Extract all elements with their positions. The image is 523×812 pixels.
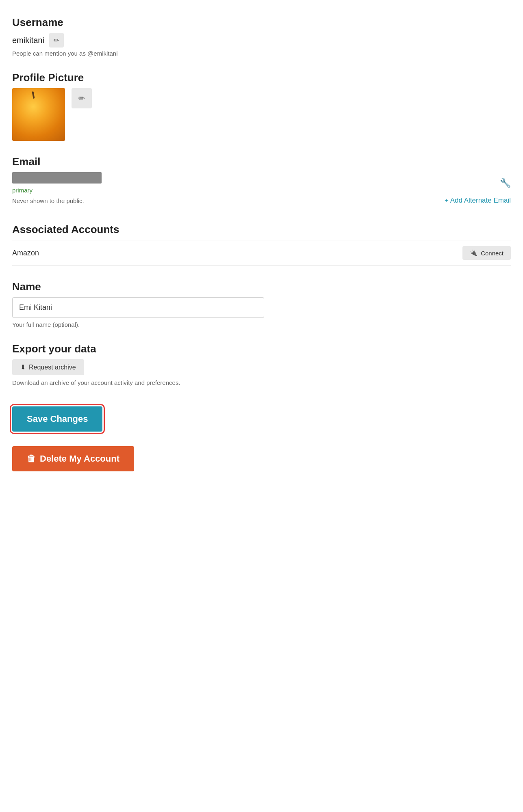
delete-account-label: Delete My Account	[40, 454, 119, 464]
email-row: primary 🔧	[12, 172, 511, 194]
name-hint-text: Your full name (optional).	[12, 321, 511, 328]
username-section: Username emikitani ✏ People can mention …	[12, 16, 511, 57]
edit-profile-picture-button[interactable]: ✏	[72, 88, 92, 108]
buttons-section: Save Changes 🗑 Delete My Account	[12, 406, 511, 471]
wrench-icon[interactable]: 🔧	[500, 178, 511, 188]
amazon-account-row: Amazon 🔌 Connect	[12, 240, 511, 266]
connect-label: Connect	[481, 250, 503, 257]
pencil-icon: ✏	[78, 93, 85, 103]
trash-icon: 🗑	[27, 454, 36, 464]
export-section: Export your data ⬇ Request archive Downl…	[12, 343, 511, 386]
username-row: emikitani ✏	[12, 33, 511, 48]
amazon-label: Amazon	[12, 249, 39, 257]
email-left: primary	[12, 172, 500, 194]
email-bottom-row: Never shown to the public. + Add Alterna…	[12, 197, 511, 209]
never-shown-text: Never shown to the public.	[12, 197, 84, 204]
primary-label: primary	[12, 187, 33, 194]
amazon-connect-button[interactable]: 🔌 Connect	[462, 246, 511, 260]
associated-accounts-section: Associated Accounts Amazon 🔌 Connect	[12, 223, 511, 266]
export-title: Export your data	[12, 343, 511, 355]
email-redacted-value	[12, 172, 102, 184]
edit-username-button[interactable]: ✏	[49, 33, 64, 48]
name-section: Name Your full name (optional).	[12, 281, 511, 328]
request-archive-label: Request archive	[29, 364, 76, 371]
delete-account-button[interactable]: 🗑 Delete My Account	[12, 446, 134, 471]
profile-picture-title: Profile Picture	[12, 71, 511, 84]
add-alternate-email-button[interactable]: + Add Alternate Email	[445, 197, 511, 205]
profile-image	[12, 88, 65, 141]
name-title: Name	[12, 281, 511, 293]
pencil-icon: ✏	[54, 37, 59, 44]
email-title: Email	[12, 155, 511, 168]
email-section: Email primary 🔧 Never shown to the publi…	[12, 155, 511, 209]
username-value: emikitani	[12, 36, 44, 45]
orange-image	[12, 88, 65, 141]
request-archive-button[interactable]: ⬇ Request archive	[12, 359, 84, 375]
profile-picture-section: Profile Picture ✏	[12, 71, 511, 141]
save-changes-button[interactable]: Save Changes	[12, 406, 102, 432]
username-title: Username	[12, 16, 511, 29]
plug-icon: 🔌	[470, 249, 477, 257]
archive-download-icon: ⬇	[20, 363, 26, 371]
profile-picture-row: ✏	[12, 88, 511, 141]
username-mention-text: People can mention you as @emikitani	[12, 50, 511, 57]
associated-accounts-title: Associated Accounts	[12, 223, 511, 236]
export-description: Download an archive of your account acti…	[12, 379, 511, 386]
name-input[interactable]	[12, 297, 264, 318]
